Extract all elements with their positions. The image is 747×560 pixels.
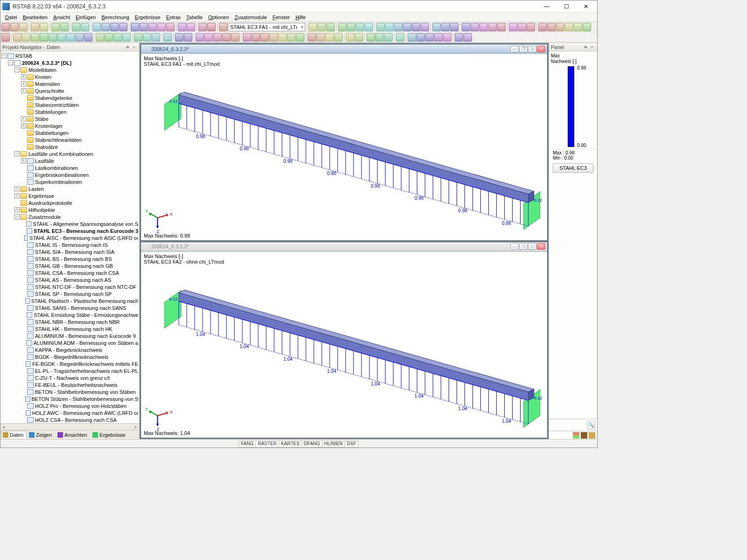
navigator-tree[interactable]: −RSTAB−200624_6.3.2.3* [DL]−Modelldaten+… [0,51,139,423]
toolbar-button[interactable] [464,33,472,42]
maximize-button[interactable]: ☐ [528,243,536,250]
tree-node[interactable]: +Knotenlager [0,122,139,129]
toolbar-button[interactable] [518,23,526,31]
menu-ansicht[interactable]: Ansicht [50,14,73,21]
tree-node[interactable]: STAHL SANS - Bemessung nach SANS [0,304,139,311]
toolbar-button[interactable] [178,23,186,31]
toolbar-button[interactable] [565,23,573,31]
status-tab-dxf[interactable]: DXF [345,440,359,448]
toolbar-button[interactable] [527,23,535,31]
tree-node[interactable]: +Ergebnisse [0,192,139,199]
toolbar-button[interactable] [31,33,39,42]
toolbar-button[interactable] [213,33,222,42]
toolbar-button[interactable] [278,33,287,42]
tree-node[interactable]: STAHL Plastisch - Plastische Bemessung n… [0,297,139,304]
toolbar-button[interactable] [66,33,75,42]
toolbar-button[interactable] [432,23,441,31]
view-body[interactable]: Max Nachweis [-]STAHL EC3 FA1 - mit chi_… [141,54,547,240]
tree-node[interactable]: ALUMINIUM ADM - Bemessung von Stäben a [0,339,139,346]
toolbar-button[interactable] [443,33,451,42]
tree-node[interactable]: Ausdruckprotokolle [0,199,139,206]
tree-node[interactable]: Ergebniskombinationen [0,171,139,178]
tree-node[interactable]: STAHL SIA - Bemessung nach SIA [0,248,139,255]
toolbar-button[interactable] [148,23,157,31]
toolbar-button[interactable] [261,33,269,42]
tree-node[interactable]: STAHL AISC - Bemessung nach AISC (LRFD o… [0,234,139,241]
tree-node[interactable]: STAHL AS - Bemessung nach AS [0,276,139,283]
tree-node[interactable]: STAHL - Allgemeine Spannungsanalyse von … [0,220,139,227]
toolbar-button[interactable] [40,33,48,42]
toolbar-button[interactable] [163,33,172,42]
toolbar-button[interactable] [51,23,60,31]
toolbar-button[interactable] [72,23,80,31]
toolbar-button[interactable] [219,23,227,31]
toolbar-button[interactable] [488,23,497,31]
toolbar-button[interactable] [296,33,304,42]
tree-node[interactable]: Stabteilungen [0,108,139,115]
menu-ergebnisse[interactable]: Ergebnisse [132,14,163,21]
toolbar-button[interactable] [113,33,122,42]
tree-node[interactable]: EL-PL - Tragsicherheitsnachweis nach EL-… [0,367,139,374]
tree-node[interactable]: −Lastfälle und Kombinationen [0,150,139,157]
status-tab-raster[interactable]: RASTER [255,440,279,448]
toolbar-button[interactable] [338,23,346,31]
toolbar-button[interactable] [355,33,363,42]
toolbar-button[interactable] [269,33,278,42]
toolbar-button[interactable] [84,33,92,42]
tree-node[interactable]: C-ZU-T - Nachweis von grenz c/t [0,374,139,381]
layers-icon[interactable] [581,432,587,439]
toolbar-button[interactable] [309,23,317,31]
toolbar-button[interactable] [412,23,420,31]
toolbar-button[interactable] [31,23,39,31]
toolbar-button[interactable] [450,23,458,31]
toolbar-button[interactable] [134,33,142,42]
status-tab-hlinien[interactable]: HLINIEN [322,440,345,448]
toolbar-button[interactable] [325,33,334,42]
toolbar-button[interactable] [10,23,19,31]
menu-berechnung[interactable]: Berechnung [99,14,132,21]
tree-node[interactable]: +Materialien [0,80,139,87]
status-tab-fang[interactable]: FANG [239,440,256,448]
tree-node[interactable]: STAHL NBR - Bemessung nach NBR [0,318,139,325]
toolbar-button[interactable] [207,23,216,31]
toolbar-button[interactable] [375,33,384,42]
minimize-button[interactable]: — [537,2,556,11]
tree-node[interactable]: HOLZ CSA - Bemessung nach CSA [0,416,139,423]
toolbar-button[interactable] [252,33,260,42]
status-tab-kartes[interactable]: KARTES [279,440,302,448]
toolbar-button[interactable] [317,33,325,42]
toolbar-button[interactable] [75,33,84,42]
nav-tab-daten[interactable]: Daten [1,431,27,439]
tree-node[interactable]: STAHL BS - Bemessung nach BS [0,255,139,262]
restore-button[interactable]: ❐ [519,46,528,52]
menu-extras[interactable]: Extras [163,14,183,21]
toolbar-button[interactable] [416,33,425,42]
tree-node[interactable]: Superkombinationen [0,178,139,185]
tree-node[interactable]: BGDK - Biegedrillknicknachweis [0,353,139,360]
tree-node[interactable]: Stabnichtlinearitäten [0,136,139,143]
tree-node[interactable]: Stabbettungen [0,129,139,136]
toolbar-button[interactable] [547,23,556,31]
toolbar-button[interactable] [574,23,582,31]
menu-tabelle[interactable]: Tabelle [183,14,205,21]
close-button[interactable]: ✕ [537,243,545,250]
menu-bearbeiten[interactable]: Bearbeiten [20,14,50,21]
close-button[interactable]: ✕ [577,2,595,11]
tree-node[interactable]: +Querschnitte [0,87,139,94]
status-tab-ofang[interactable]: OFANG [302,440,323,448]
toolbar-button[interactable] [152,33,160,42]
toolbar-button[interactable] [105,33,113,42]
restore-button[interactable]: ❐ [519,243,528,250]
toolbar-button[interactable] [222,33,231,42]
toolbar-button[interactable] [376,23,385,31]
toolbar-button[interactable] [1,33,10,42]
tree-node[interactable]: −Modelldaten [0,66,139,73]
toolbar-button[interactable] [96,33,104,42]
toolbar-button[interactable] [356,23,364,31]
toolbar-button[interactable] [122,33,131,42]
toolbar-button[interactable] [204,33,213,42]
menu-einfügen[interactable]: Einfügen [73,14,99,21]
toolbar-button[interactable] [384,33,393,42]
view-body[interactable]: Max Nachweis [-]STAHL EC3 FA2 - ohne chi… [141,252,547,438]
toolbar-button[interactable] [187,23,195,31]
